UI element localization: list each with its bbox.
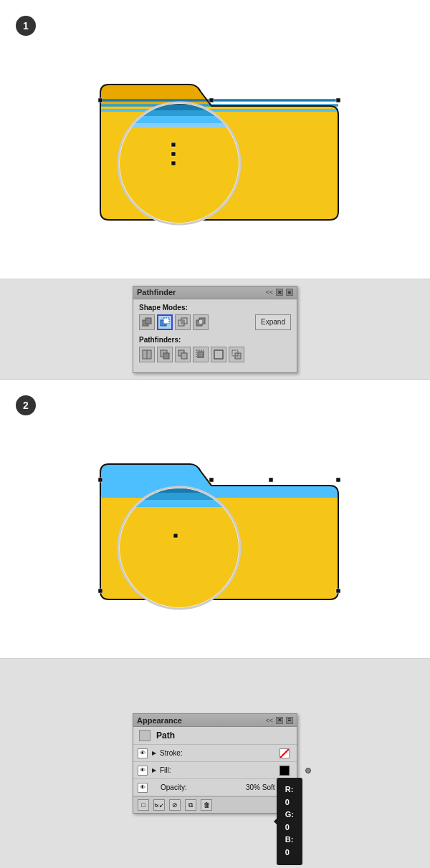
folder-svg-1 (79, 36, 351, 243)
appearance-menu-btn[interactable]: ≡ (286, 717, 293, 724)
pathfinders-label: Pathfinders: (139, 336, 291, 344)
folder-illustration-2 (79, 415, 351, 623)
pathfinder-panel: Pathfinder << ✕ ≡ Shape Modes: (133, 286, 297, 373)
svg-rect-18 (163, 318, 169, 324)
step-badge-2: 2 (16, 395, 36, 415)
svg-rect-36 (98, 478, 102, 482)
step-badge-1: 1 (16, 16, 36, 36)
shape-modes-row: Expand (139, 314, 291, 330)
shape-modes-label: Shape Modes: (139, 304, 291, 312)
svg-rect-33 (214, 350, 223, 359)
appearance-stroke-row[interactable]: 👁 ▶ Stroke: (133, 745, 297, 762)
svg-rect-31 (198, 352, 204, 357)
stroke-label: Stroke: (160, 749, 280, 757)
rgb-g-value: G: 0 (285, 809, 294, 834)
appearance-path-row: Path (133, 727, 297, 745)
appearance-title: Appearance (137, 716, 182, 725)
pathfinder-merge-btn[interactable] (175, 347, 191, 362)
svg-rect-8 (118, 123, 240, 127)
pathfinder-trim-btn[interactable] (157, 347, 173, 362)
svg-rect-16 (145, 318, 151, 324)
pathfinder-title: Pathfinder (137, 288, 176, 296)
svg-rect-49 (173, 534, 178, 538)
appearance-path-icon (139, 730, 150, 741)
svg-rect-9 (98, 98, 102, 102)
appearance-titlebar: Appearance << ✕ ≡ (133, 714, 297, 727)
folder-illustration-1 (79, 36, 351, 243)
pathfinder-close-btn[interactable]: ✕ (276, 289, 283, 296)
pathfinder-divide-btn[interactable] (139, 347, 155, 362)
pathfinder-menu-btn[interactable]: ≡ (286, 289, 293, 296)
pathfinder-exclude-btn[interactable] (193, 314, 209, 330)
svg-rect-38 (336, 478, 340, 482)
fill-label: Fill: (160, 766, 280, 774)
section-1: 1 (0, 0, 430, 279)
svg-rect-21 (181, 320, 184, 324)
section-pathfinder: Pathfinder << ✕ ≡ Shape Modes: (0, 279, 430, 380)
fill-connector-dot (305, 768, 311, 773)
pathfinder-expand-btn[interactable]: Expand (255, 314, 291, 330)
svg-rect-39 (336, 589, 340, 593)
rgb-r-value: R: 0 (285, 783, 294, 809)
svg-rect-13 (171, 152, 176, 156)
stroke-visibility-icon[interactable]: 👁 (138, 748, 148, 758)
pathfinder-titlebar: Pathfinder << ✕ ≡ (133, 286, 297, 299)
pathfinder-controls: << ✕ ≡ (265, 289, 293, 296)
appearance-fill-row[interactable]: 👁 ▶ Fill: (133, 762, 297, 779)
svg-rect-14 (171, 161, 176, 165)
pathfinder-unite-btn[interactable] (139, 314, 155, 330)
pathfinder-intersect-btn[interactable] (175, 314, 191, 330)
pathfinder-outline-btn[interactable] (211, 347, 226, 362)
pathfinder-minus-back-btn[interactable] (229, 347, 244, 362)
svg-rect-30 (181, 353, 187, 359)
pathfinder-crop-btn[interactable] (193, 347, 209, 362)
pathfinders-row (139, 347, 291, 362)
rgb-tooltip: R: 0 G: 0 B: 0 (277, 778, 302, 865)
svg-rect-10 (336, 98, 340, 102)
pathfinder-minus-front-btn[interactable] (157, 314, 173, 330)
appearance-close-btn[interactable]: ✕ (276, 717, 283, 724)
appearance-panel: Appearance << ✕ ≡ Path 👁 ▶ Stroke: (133, 713, 297, 814)
opacity-label: Opacity: (161, 783, 246, 791)
appearance-path-label: Path (156, 730, 175, 741)
section-3: 2 (0, 380, 430, 659)
opacity-visibility-icon[interactable]: 👁 (138, 783, 148, 793)
clear-appearance-btn[interactable]: ⊘ (169, 799, 181, 811)
stroke-color-swatch[interactable] (280, 748, 290, 758)
delete-appearance-btn[interactable]: 🗑 (201, 799, 212, 811)
svg-rect-12 (171, 143, 176, 147)
svg-rect-37 (98, 589, 102, 593)
svg-rect-11 (209, 98, 214, 102)
section-appearance-container: Appearance << ✕ ≡ Path 👁 ▶ Stroke: (0, 659, 430, 868)
svg-rect-28 (163, 353, 169, 359)
fill-color-swatch[interactable] (280, 766, 290, 776)
stroke-arrow-icon[interactable]: ▶ (150, 750, 158, 757)
pathfinder-body: Shape Modes: Expand (133, 299, 297, 372)
svg-rect-24 (199, 320, 202, 324)
appearance-opacity-row[interactable]: 👁 Opacity: 30% Soft Light (133, 779, 297, 796)
effects-btn[interactable]: fx↙ (153, 799, 165, 811)
fill-visibility-icon[interactable]: 👁 (138, 766, 148, 776)
svg-rect-41 (209, 478, 214, 482)
folder-svg-2 (79, 415, 351, 623)
rgb-b-value: B: 0 (285, 834, 294, 859)
duplicate-btn[interactable]: ⧉ (185, 799, 196, 811)
appearance-controls: << ✕ ≡ (265, 717, 293, 724)
svg-rect-40 (269, 478, 273, 482)
appearance-footer: □ fx↙ ⊘ ⧉ 🗑 (133, 796, 297, 813)
new-appearance-btn[interactable]: □ (138, 799, 149, 811)
fill-arrow-icon[interactable]: ▶ (150, 767, 158, 774)
